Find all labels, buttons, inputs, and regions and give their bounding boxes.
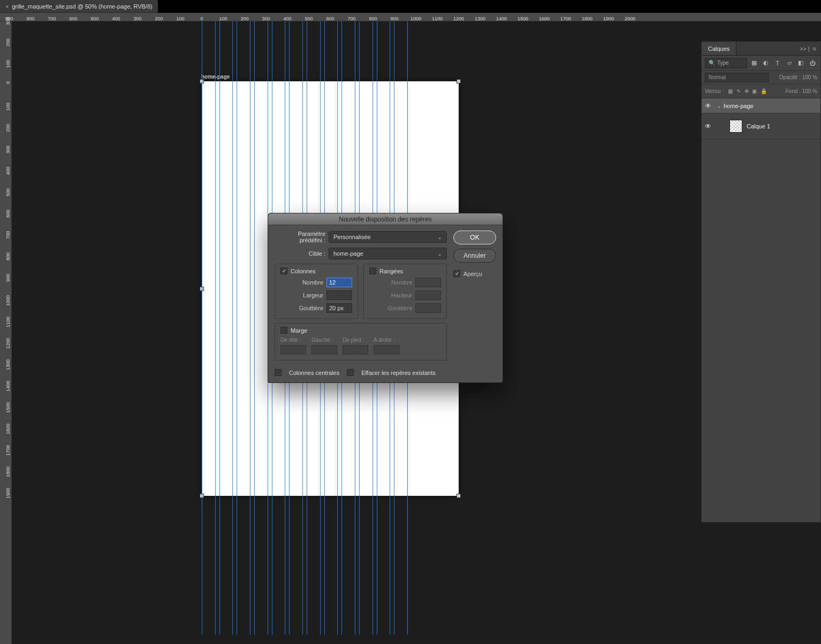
- visibility-icon[interactable]: 👁: [702, 102, 714, 110]
- filter-smart-icon[interactable]: ◧: [796, 58, 805, 68]
- chevron-down-icon: ⌄: [437, 250, 442, 257]
- layer-group-home-page[interactable]: 👁 ⌄ home-page: [702, 98, 820, 113]
- document-title: grille_maquette_site.psd @ 50% (home-pag…: [12, 3, 152, 10]
- tab-layers[interactable]: Calques: [702, 42, 736, 55]
- guide-vertical[interactable]: [254, 21, 255, 635]
- chevron-down-icon: ⌄: [437, 234, 442, 241]
- rows-count-input: [415, 278, 441, 287]
- lock-icons[interactable]: ▦ ✎ ✥ ▣ 🔒: [727, 88, 768, 94]
- target-select[interactable]: home-page ⌄: [329, 248, 447, 259]
- panel-menu-icon[interactable]: ≡: [813, 45, 816, 52]
- guide-vertical[interactable]: [232, 21, 233, 635]
- panel-collapse-icon[interactable]: >> |: [800, 45, 810, 52]
- filter-shape-icon[interactable]: ▱: [785, 58, 794, 68]
- artboard-handle-tr[interactable]: [457, 79, 461, 83]
- guide-vertical[interactable]: [219, 21, 220, 635]
- preset-select[interactable]: Personnalisée ⌄: [329, 231, 447, 243]
- layer-filter-kind[interactable]: 🔍 Type: [705, 58, 747, 68]
- target-label: Cible :: [275, 250, 325, 257]
- margin-right-input: [374, 345, 399, 355]
- margin-fieldset: Marge De tête : Gauche : De pied : A dro…: [275, 323, 447, 361]
- columns-width-input[interactable]: [326, 290, 352, 300]
- margin-left-input: [311, 345, 337, 355]
- lock-all-icon[interactable]: 🔒: [761, 88, 767, 94]
- document-tab[interactable]: × grille_maquette_site.psd @ 50% (home-p…: [0, 0, 158, 13]
- rows-checkbox[interactable]: [369, 267, 376, 274]
- cancel-button[interactable]: Annuler: [453, 249, 496, 263]
- columns-fieldset: Colonnes Nombre Largeur Gouttière: [275, 264, 358, 319]
- ok-button[interactable]: OK: [453, 231, 496, 244]
- guide-vertical[interactable]: [250, 21, 250, 635]
- rows-height-input: [415, 290, 441, 300]
- columns-gutter-input[interactable]: [326, 303, 352, 313]
- rows-gutter-input: [415, 303, 441, 313]
- twisty-icon[interactable]: ⌄: [717, 102, 721, 109]
- margin-bottom-input: [343, 345, 368, 355]
- preset-label: Paramètre prédéfini :: [275, 231, 325, 243]
- guide-vertical[interactable]: [202, 21, 202, 635]
- layer-thumbnail[interactable]: [729, 120, 742, 133]
- guide-vertical[interactable]: [237, 21, 237, 635]
- filter-type-icon[interactable]: T: [773, 58, 782, 68]
- visibility-icon[interactable]: 👁: [702, 122, 714, 130]
- margin-checkbox[interactable]: [280, 327, 287, 334]
- filter-adjust-icon[interactable]: ◐: [761, 58, 771, 68]
- centered-columns-checkbox[interactable]: [275, 369, 282, 376]
- filter-pixel-icon[interactable]: ▦: [749, 58, 759, 68]
- ruler-horizontal[interactable]: 9008007006005004003002001000100200300400…: [12, 13, 821, 21]
- preview-checkbox[interactable]: [453, 270, 460, 277]
- columns-count-input[interactable]: [326, 278, 352, 287]
- layers-panel: Calques >> | ≡ 🔍 Type ▦ ◐ T ▱ ◧ ⏻ Normal…: [701, 41, 821, 523]
- layer-calque-1[interactable]: 👁 Calque 1: [702, 113, 820, 139]
- guide-layout-dialog: Nouvelle disposition des repères Paramèt…: [268, 213, 503, 383]
- margin-top-input: [280, 345, 306, 355]
- blend-mode-select[interactable]: Normal: [705, 73, 769, 82]
- search-icon: 🔍: [709, 60, 715, 66]
- clear-guides-checkbox[interactable]: [347, 369, 354, 376]
- lock-position-icon[interactable]: ✥: [744, 88, 749, 94]
- lock-transparency-icon[interactable]: ▦: [728, 88, 733, 94]
- close-icon[interactable]: ×: [5, 3, 9, 10]
- filter-toggle[interactable]: ⏻: [808, 58, 817, 68]
- artboard-label[interactable]: home-page: [201, 74, 230, 80]
- rows-fieldset: Rangées Nombre Hauteur Gouttière: [363, 264, 447, 319]
- dialog-title: Nouvelle disposition des repères: [268, 213, 503, 225]
- lock-artboard-icon[interactable]: ▣: [752, 88, 757, 94]
- columns-checkbox[interactable]: [280, 267, 287, 274]
- lock-image-icon[interactable]: ✎: [736, 88, 741, 94]
- guide-vertical[interactable]: [215, 21, 216, 635]
- ruler-vertical[interactable]: 3002001000100200300400500600700800900100…: [0, 21, 12, 644]
- artboard-handle-br[interactable]: [457, 494, 461, 498]
